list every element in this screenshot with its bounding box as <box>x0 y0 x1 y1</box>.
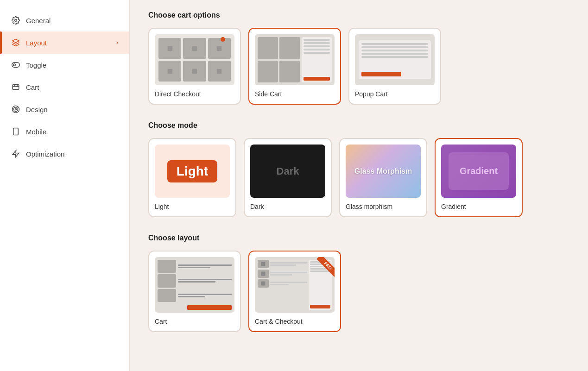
light-mode-preview: Light <box>155 145 230 198</box>
cart-options-grid: Direct Checkout <box>148 28 569 105</box>
main-content: Choose cart options <box>130 0 588 371</box>
dark-mode-text: Dark <box>277 165 299 177</box>
glass-morphism-card[interactable]: Glass Morphism Glass morphism <box>339 138 427 217</box>
dark-mode-label: Dark <box>250 203 264 210</box>
svg-point-21 <box>169 70 170 71</box>
svg-point-0 <box>15 19 17 22</box>
mobile-icon <box>11 127 20 136</box>
gear-icon <box>11 16 20 25</box>
gradient-mode-card[interactable]: Gradient Gradient <box>435 138 523 217</box>
gradient-mode-text: Gradient <box>460 166 498 176</box>
preview-img <box>279 61 300 83</box>
cart-options-title: Choose cart options <box>148 11 569 19</box>
preview-img <box>158 61 181 82</box>
layout-title: Choose layout <box>148 234 569 242</box>
notification-badge <box>221 37 225 42</box>
cart-checkout-label: Cart & Checkout <box>255 318 303 325</box>
light-mode-text: Light <box>167 160 217 182</box>
sidebar-item-layout[interactable]: Layout › <box>0 31 129 54</box>
palette-icon <box>11 105 20 114</box>
side-cart-panel <box>302 37 332 82</box>
preview-img <box>208 61 231 82</box>
direct-checkout-label: Direct Checkout <box>155 90 201 98</box>
gradient-mode-preview: Gradient <box>441 145 516 198</box>
side-cart-preview <box>255 34 335 85</box>
preview-img <box>158 38 181 59</box>
popup-cart-preview <box>355 34 435 85</box>
preview-img <box>158 274 176 287</box>
svg-point-19 <box>218 47 219 48</box>
preview-img <box>158 289 176 302</box>
svg-point-17 <box>193 47 194 48</box>
glass-mode-text: Glass Morphism <box>354 167 412 176</box>
glass-mode-preview: Glass Morphism <box>346 145 421 198</box>
dark-mode-card[interactable]: Dark Dark <box>244 138 332 217</box>
preview-img <box>258 37 278 59</box>
glass-mode-label: Glass morphism <box>346 203 392 210</box>
layout-section: Choose layout <box>148 234 569 332</box>
bolt-icon <box>11 149 20 158</box>
mode-grid: Light Light Dark Dark Glass Morphism Gla… <box>148 138 569 217</box>
preview-img <box>258 61 278 83</box>
side-cart-label: Side Cart <box>255 90 282 98</box>
layout-grid: Cart <box>148 251 569 332</box>
preview-img <box>208 38 231 59</box>
svg-marker-1 <box>13 39 19 43</box>
svg-point-9 <box>14 107 18 112</box>
sidebar-item-label: Mobile <box>26 128 46 136</box>
pro-badge <box>309 257 335 283</box>
sidebar-item-label: Toggle <box>26 61 46 69</box>
mode-title: Choose mode <box>148 121 569 130</box>
cart-layout-label: Cart <box>155 318 167 325</box>
mode-section: Choose mode Light Light Dark Dark Glass … <box>148 121 569 217</box>
side-cart-card[interactable]: Side Cart <box>248 28 341 105</box>
gradient-mode-label: Gradient <box>441 203 466 210</box>
preview-img <box>158 260 176 273</box>
sidebar: General Layout › Toggle <box>0 0 130 371</box>
svg-point-3 <box>13 64 16 66</box>
direct-checkout-preview <box>155 34 234 85</box>
sidebar-item-toggle[interactable]: Toggle <box>0 54 129 76</box>
svg-marker-13 <box>13 151 19 157</box>
sidebar-item-label: Cart <box>26 83 39 91</box>
light-mode-card[interactable]: Light Light <box>148 138 236 217</box>
svg-rect-28 <box>261 282 266 286</box>
sidebar-item-label: General <box>26 17 51 25</box>
dark-mode-preview: Dark <box>250 145 325 198</box>
svg-rect-4 <box>13 85 19 90</box>
sidebar-item-design[interactable]: Design <box>0 98 129 120</box>
direct-checkout-card[interactable]: Direct Checkout <box>148 28 241 105</box>
svg-point-25 <box>218 70 219 71</box>
sidebar-item-optimization[interactable]: Optimization <box>0 143 129 165</box>
sidebar-item-label: Layout <box>26 39 47 47</box>
gradient-inner: Gradient <box>449 152 509 190</box>
svg-point-23 <box>193 70 194 71</box>
popup-cart-card[interactable]: Popup Cart <box>348 28 441 105</box>
sidebar-item-general[interactable]: General <box>0 9 129 31</box>
svg-rect-26 <box>261 262 266 266</box>
cart-checkout-layout-card[interactable]: Cart & Checkout <box>248 251 341 332</box>
svg-point-10 <box>15 109 17 110</box>
preview-img <box>279 37 300 59</box>
cart-checkout-preview <box>255 257 335 313</box>
chevron-right-icon: › <box>116 39 118 46</box>
sidebar-item-label: Design <box>26 106 48 113</box>
cart-options-section: Choose cart options <box>148 11 569 105</box>
sidebar-item-cart[interactable]: Cart <box>0 76 129 98</box>
cart-layout-preview <box>155 257 234 313</box>
cart-layout-card[interactable]: Cart <box>148 251 241 332</box>
sidebar-item-label: Optimization <box>26 150 64 158</box>
layers-icon <box>11 38 20 47</box>
svg-rect-27 <box>261 272 266 276</box>
sidebar-item-mobile[interactable]: Mobile <box>0 120 129 143</box>
light-mode-label: Light <box>155 203 169 210</box>
preview-img <box>183 61 206 82</box>
toggle-icon <box>11 60 20 69</box>
preview-img <box>183 38 206 59</box>
popup-cart-label: Popup Cart <box>355 90 388 98</box>
cart-icon <box>11 82 20 92</box>
svg-point-15 <box>169 47 170 48</box>
cart-checkout-btn <box>187 305 232 310</box>
